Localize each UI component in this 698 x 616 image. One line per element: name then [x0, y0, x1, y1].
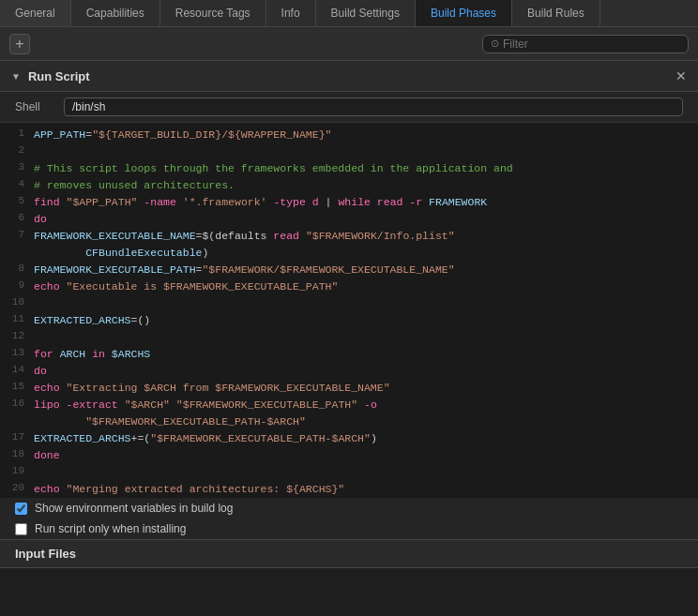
- code-line-5: 5 find "$APP_PATH" -name '*.framework' -…: [0, 194, 698, 211]
- shell-value[interactable]: /bin/sh: [64, 98, 683, 116]
- shell-label: Shell: [15, 100, 53, 113]
- filter-box: ⊙: [482, 35, 689, 53]
- code-line-19: 19: [0, 464, 698, 481]
- code-line-7b: CFBundleExecutable): [0, 245, 698, 262]
- tab-capabilities[interactable]: Capabilities: [71, 0, 160, 26]
- run-script-panel: ▼ Run Script ✕ Shell /bin/sh 1 APP_PATH=…: [0, 61, 698, 568]
- tab-build-rules[interactable]: Build Rules: [512, 0, 600, 26]
- show-env-label: Show environment variables in build log: [35, 502, 233, 515]
- code-line-13: 13 for ARCH in $ARCHS: [0, 346, 698, 363]
- tab-info[interactable]: Info: [266, 0, 316, 26]
- run-installing-row: Run script only when installing: [0, 518, 698, 539]
- code-line-4: 4 # removes unused architectures.: [0, 177, 698, 194]
- input-files-label: Input Files: [15, 547, 76, 561]
- code-line-16b: "$FRAMEWORK_EXECUTABLE_PATH-$ARCH": [0, 413, 698, 430]
- run-installing-checkbox[interactable]: [15, 523, 27, 535]
- toolbar: + ⊙: [0, 27, 698, 61]
- code-line-17: 17 EXTRACTED_ARCHS+=("$FRAMEWORK_EXECUTA…: [0, 430, 698, 447]
- code-line-10: 10: [0, 295, 698, 312]
- collapse-icon[interactable]: ▼: [11, 71, 21, 82]
- shell-row: Shell /bin/sh: [0, 92, 698, 123]
- code-line-3: 3 # This script loops through the framew…: [0, 160, 698, 177]
- tab-build-phases[interactable]: Build Phases: [416, 0, 512, 26]
- filter-icon: ⊙: [491, 38, 499, 50]
- code-line-2: 2: [0, 143, 698, 160]
- run-script-header: ▼ Run Script ✕: [0, 61, 698, 92]
- code-line-14: 14 do: [0, 363, 698, 380]
- code-editor[interactable]: 1 APP_PATH="${TARGET_BUILD_DIR}/${WRAPPE…: [0, 123, 698, 498]
- code-line-7a: 7 FRAMEWORK_EXECUTABLE_NAME=$(defaults r…: [0, 228, 698, 245]
- input-files-bar[interactable]: Input Files: [0, 539, 698, 567]
- code-line-16a: 16 lipo -extract "$ARCH" "$FRAMEWORK_EXE…: [0, 397, 698, 413]
- code-line-11: 11 EXTRACTED_ARCHS=(): [0, 312, 698, 329]
- tab-bar: General Capabilities Resource Tags Info …: [0, 0, 698, 27]
- code-line-6: 6 do: [0, 211, 698, 228]
- tab-build-settings[interactable]: Build Settings: [316, 0, 416, 26]
- tab-general[interactable]: General: [0, 0, 71, 26]
- show-env-checkbox[interactable]: [15, 503, 27, 515]
- code-line-1: 1 APP_PATH="${TARGET_BUILD_DIR}/${WRAPPE…: [0, 127, 698, 143]
- code-line-20: 20 echo "Merging extracted architectures…: [0, 481, 698, 498]
- code-line-8: 8 FRAMEWORK_EXECUTABLE_PATH="$FRAMEWORK/…: [0, 262, 698, 278]
- code-line-15: 15 echo "Extracting $ARCH from $FRAMEWOR…: [0, 380, 698, 397]
- show-env-row: Show environment variables in build log: [0, 498, 698, 518]
- filter-input[interactable]: [503, 38, 680, 51]
- code-line-18: 18 done: [0, 447, 698, 464]
- close-icon[interactable]: ✕: [675, 68, 687, 83]
- run-script-title: Run Script: [28, 69, 668, 83]
- add-button[interactable]: +: [9, 34, 30, 54]
- tab-resource-tags[interactable]: Resource Tags: [160, 0, 266, 26]
- code-line-12: 12: [0, 329, 698, 346]
- code-line-9: 9 echo "Executable is $FRAMEWORK_EXECUTA…: [0, 278, 698, 295]
- run-installing-label: Run script only when installing: [35, 522, 186, 535]
